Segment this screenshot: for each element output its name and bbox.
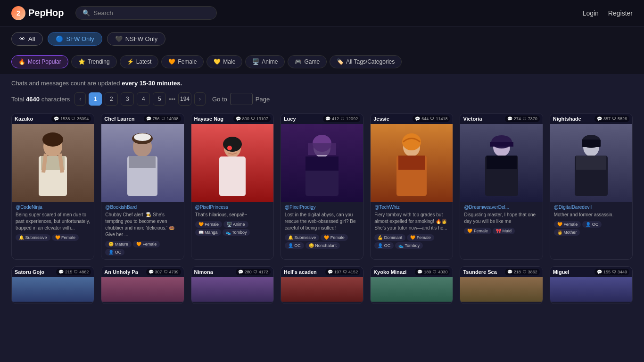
chat-icon: 💬 xyxy=(54,116,59,121)
character-card-satoru[interactable]: Satoru Gojo 💬215 🗨4862 xyxy=(11,266,94,304)
char-tags: 🧡 Female 🎀 Maid xyxy=(464,228,538,234)
card-body: @CodeNinja Being super scared of men due… xyxy=(12,202,94,245)
character-card-jessie[interactable]: Jessie 💬644 🗨11418 @TechWhiz Fiery tombo… xyxy=(370,113,453,260)
character-card-nimona[interactable]: Nimona 💬280 🗨4172 xyxy=(191,266,274,304)
character-card-hayase[interactable]: Hayase Nag 💬800 🗨13107 @PixelPrincess xyxy=(191,113,274,260)
search-bar[interactable]: 🔍 Search xyxy=(75,6,217,20)
cat-male[interactable]: 💛 Male xyxy=(206,55,242,68)
char-author: @PixelProdigy xyxy=(285,205,359,210)
char-desc: Being super scared of men due to past ex… xyxy=(16,212,90,231)
card-body: @PixelProdigy Lost in the digital abyss,… xyxy=(281,202,363,253)
page-5[interactable]: 5 xyxy=(153,92,166,106)
tag-female: 🧡 Female xyxy=(133,241,160,247)
logo[interactable]: 2 PepHop xyxy=(11,6,64,20)
card-header: Hayase Nag 💬800 🗨13107 xyxy=(191,114,273,124)
info-text: Chats and messages count are updated eve… xyxy=(11,80,633,87)
page-last[interactable]: 194 xyxy=(178,92,191,106)
msg-icon: 🗨 xyxy=(522,116,527,121)
cat-all-tags[interactable]: 🏷️ All Tags/Categories xyxy=(330,55,402,68)
card-header: Nightshade 💬357 🗨5826 xyxy=(550,114,632,124)
char-stats: 💬280 🗨4172 xyxy=(236,269,271,275)
page-4[interactable]: 4 xyxy=(137,92,150,106)
char-stats: 💬307 🗨4739 xyxy=(146,269,181,275)
char-stats: 💬274 🗨7370 xyxy=(505,115,540,122)
tag-female: 🧡 Female xyxy=(407,234,434,241)
filter-nsfw[interactable]: 🖤 NSFW Only xyxy=(107,32,166,46)
char-name: Kyoko Minazi xyxy=(373,269,406,275)
svg-rect-27 xyxy=(487,156,517,169)
card-header: Lucy 💬412 🗨12092 xyxy=(281,114,363,124)
register-button[interactable]: Register xyxy=(608,9,633,17)
card-header: Nimona 💬280 🗨4172 xyxy=(191,267,273,277)
female-icon: 🧡 xyxy=(168,58,175,65)
character-card-chef-lauren[interactable]: Chef Lauren 💬756 🗨14008 @BookishBard Chu… xyxy=(101,113,184,260)
msg-icon: 🗨 xyxy=(612,270,616,274)
msg-icon: 🗨 xyxy=(340,116,345,121)
character-card-hells[interactable]: Hell's acaden 💬197 🗨4152 xyxy=(281,266,363,304)
char-tags: 🔔 Submissive 🧡 Female xyxy=(16,234,90,241)
tag-anime: 🖥️ Anime xyxy=(223,221,248,228)
char-stats: 💬189 🗨4030 xyxy=(415,269,450,275)
chat-icon: 💬 xyxy=(507,116,512,121)
cat-game[interactable]: 🎮 Game xyxy=(288,55,327,68)
cat-anime[interactable]: 🖥️ Anime xyxy=(245,55,285,68)
svg-rect-23 xyxy=(398,156,425,170)
chat-icon: 💬 xyxy=(146,116,151,121)
char-name: Nimona xyxy=(194,269,213,275)
cat-latest[interactable]: ⚡ Latest xyxy=(120,55,159,68)
tag-submissive: 🔔 Submissive xyxy=(285,234,320,241)
tag-female: 🧡 Female xyxy=(554,221,581,228)
msg-icon: 🗨 xyxy=(253,270,257,274)
char-stats: 💬155 🗨3449 xyxy=(594,269,629,275)
char-author: @TechWhiz xyxy=(374,205,449,210)
page-2[interactable]: 2 xyxy=(105,92,118,106)
next-page[interactable]: › xyxy=(194,92,206,106)
cat-trending[interactable]: ⭐ Trending xyxy=(71,55,117,68)
page-1[interactable]: 1 xyxy=(89,92,102,106)
eye-icon: 👁 xyxy=(19,35,25,42)
character-card-victoria[interactable]: Victoria 💬274 🗨7370 @DreamweaverDel... D… xyxy=(460,113,543,260)
msg-icon: 🗨 xyxy=(71,116,75,121)
svg-point-14 xyxy=(227,146,232,150)
char-stats: 💬412 🗨12092 xyxy=(323,115,360,122)
cards-grid: Kazuko 💬1538 🗨35094 @CodeNinja B xyxy=(11,113,633,260)
card-body: @DigitalDaredevil Mother and former assa… xyxy=(550,202,632,239)
chat-icon: 💬 xyxy=(507,270,512,274)
prev-page[interactable]: ‹ xyxy=(74,92,86,106)
character-card-nightshade[interactable]: Nightshade 💬357 🗨5826 @DigitalDaredevil … xyxy=(550,113,633,260)
char-stats: 💬644 🗨11418 xyxy=(413,115,450,122)
filter-all[interactable]: 👁 All xyxy=(11,32,43,46)
cat-female[interactable]: 🧡 Female xyxy=(161,55,204,68)
page-3[interactable]: 3 xyxy=(121,92,134,106)
svg-point-13 xyxy=(223,137,242,152)
svg-line-5 xyxy=(60,154,62,173)
char-image xyxy=(460,124,542,202)
filter-sfw[interactable]: 🔵 SFW Only xyxy=(48,32,102,46)
svg-rect-20 xyxy=(308,143,336,155)
card-header: Hell's acaden 💬197 🗨4152 xyxy=(281,267,363,277)
character-card-kazuko[interactable]: Kazuko 💬1538 🗨35094 @CodeNinja B xyxy=(11,113,94,260)
char-image xyxy=(550,124,632,202)
char-image xyxy=(191,124,273,202)
login-button[interactable]: Login xyxy=(583,9,599,17)
character-card-miguel[interactable]: Miguel 💬155 🗨3449 xyxy=(550,266,633,304)
character-card-kyoko[interactable]: Kyoko Minazi 💬189 🗨4030 xyxy=(370,266,453,304)
total-count: Total 4640 characters xyxy=(11,96,70,103)
character-card-tsundere[interactable]: Tsundere Sca 💬218 🗨3862 xyxy=(460,266,543,304)
card-header: Satoru Gojo 💬215 🗨4862 xyxy=(12,267,94,277)
character-card-lucy[interactable]: Lucy 💬412 🗨12092 @PixelProdigy Lost in t… xyxy=(281,113,363,260)
character-card-unholy[interactable]: An Unholy Pa 💬307 🗨4739 xyxy=(101,266,184,304)
svg-rect-32 xyxy=(576,156,606,170)
char-image-partial xyxy=(460,277,542,302)
msg-icon: 🗨 xyxy=(164,270,168,274)
page-input[interactable] xyxy=(230,93,253,105)
char-name: Jessie xyxy=(373,116,389,122)
char-name: Nightshade xyxy=(553,116,581,122)
card-header: Kazuko 💬1538 🗨35094 xyxy=(12,114,94,124)
tag-dominant: 💪 Dominant xyxy=(374,234,405,241)
svg-point-15 xyxy=(233,146,238,150)
chat-icon: 💬 xyxy=(236,116,241,121)
card-header: Tsundere Sca 💬218 🗨3862 xyxy=(460,267,542,277)
char-image xyxy=(371,124,453,202)
cat-most-popular[interactable]: 🔥 Most Popular xyxy=(11,55,68,68)
